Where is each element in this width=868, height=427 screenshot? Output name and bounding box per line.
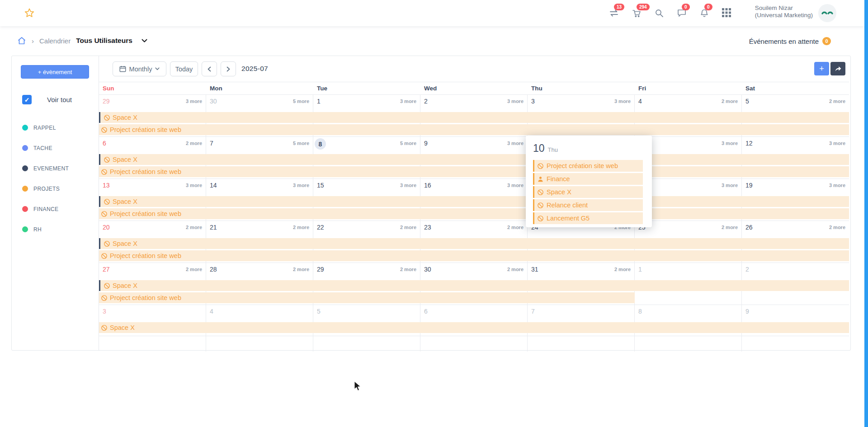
more-events-link[interactable]: 2 more xyxy=(293,267,309,272)
event-bar[interactable]: Project création site web xyxy=(99,166,849,177)
share-export-button[interactable] xyxy=(830,62,845,75)
breadcrumb: › Calendrier Tous Utilisateurs xyxy=(17,36,147,45)
more-events-link[interactable]: 2 more xyxy=(186,225,202,230)
more-events-link[interactable]: 3 more xyxy=(507,141,524,146)
more-events-link[interactable]: 3 more xyxy=(400,99,416,104)
more-events-link[interactable]: 5 more xyxy=(293,99,309,104)
today-button[interactable]: Today xyxy=(170,61,198,76)
bell-icon[interactable]: 0 xyxy=(699,8,710,19)
category-filter-rappel[interactable]: RAPPEL xyxy=(22,117,94,138)
apps-grid-icon[interactable] xyxy=(722,8,732,19)
event-bar[interactable]: Space X xyxy=(99,196,849,207)
category-filter-finance[interactable]: FINANCE xyxy=(22,199,94,219)
more-events-link[interactable]: 3 more xyxy=(186,183,202,188)
popup-event-label: Lancement G5 xyxy=(547,215,590,222)
event-bar[interactable]: Space X xyxy=(99,154,849,165)
event-bar[interactable]: Project création site web xyxy=(99,250,849,261)
more-events-link[interactable]: 3 more xyxy=(507,183,524,188)
exchange-icon[interactable]: 13 xyxy=(609,8,619,19)
more-events-link[interactable]: 2 more xyxy=(186,141,202,146)
category-filter-tache[interactable]: TACHE xyxy=(22,138,94,158)
popup-event-item[interactable]: Space X xyxy=(533,186,643,198)
breadcrumb-separator: › xyxy=(32,37,34,45)
cart-icon[interactable]: 294 xyxy=(631,8,642,19)
event-bar[interactable]: Space X xyxy=(99,322,849,333)
ban-icon xyxy=(101,169,108,175)
event-bar[interactable]: Project création site web xyxy=(99,124,849,135)
view-select-button[interactable]: Monthly xyxy=(113,61,166,76)
weekday-header: Wed xyxy=(420,82,528,94)
more-events-link[interactable]: 3 more xyxy=(507,99,524,104)
pending-events[interactable]: Événements en attente 0 xyxy=(749,37,831,45)
category-filter-projets[interactable]: PROJETS xyxy=(22,178,94,199)
more-events-link[interactable]: 2 more xyxy=(829,99,845,104)
event-bar-label: Project création site web xyxy=(110,294,181,301)
more-events-link[interactable]: 2 more xyxy=(507,267,524,272)
category-filter-rh[interactable]: RH xyxy=(22,219,94,239)
search-icon[interactable] xyxy=(654,8,665,19)
popup-event-item[interactable]: Relance client xyxy=(533,199,643,211)
more-events-link[interactable]: 2 more xyxy=(829,225,845,230)
view-all-toggle[interactable]: ✓ Voir tout xyxy=(22,95,72,104)
event-bar[interactable]: Space X xyxy=(99,280,849,291)
day-number: 21 xyxy=(210,224,217,231)
more-events-link[interactable]: 2 more xyxy=(400,267,416,272)
event-bar-label: Space X xyxy=(113,240,137,247)
page-scrollbar[interactable] xyxy=(864,0,868,427)
more-events-link[interactable]: 5 more xyxy=(293,141,309,146)
more-events-link[interactable]: 2 more xyxy=(186,267,202,272)
category-label: RH xyxy=(33,226,42,233)
view-all-label: Voir tout xyxy=(47,96,72,103)
home-icon[interactable] xyxy=(17,36,26,45)
more-events-link[interactable]: 3 more xyxy=(293,183,309,188)
more-events-link[interactable]: 2 more xyxy=(722,99,738,104)
more-events-link[interactable]: 2 more xyxy=(507,225,524,230)
more-events-link[interactable]: 3 more xyxy=(722,141,738,146)
more-events-link[interactable]: 3 more xyxy=(614,99,631,104)
day-number: 9 xyxy=(745,308,749,315)
event-bar[interactable]: Space X xyxy=(99,238,849,249)
more-events-link[interactable]: 2 more xyxy=(293,225,309,230)
more-events-link[interactable]: 2 more xyxy=(614,267,631,272)
view-all-checkbox[interactable]: ✓ xyxy=(22,95,32,104)
empty-cell xyxy=(420,336,528,352)
day-number: 14 xyxy=(210,182,217,189)
more-events-link[interactable]: 2 more xyxy=(400,225,416,230)
category-filter-evenement[interactable]: EVENEMENT xyxy=(22,158,94,178)
popup-event-label: Project création site web xyxy=(547,162,618,169)
category-label: RAPPEL xyxy=(33,125,56,131)
user-menu[interactable]: Souilem Nizar (Universal Marketing) xyxy=(755,5,813,19)
chevron-down-icon[interactable] xyxy=(142,39,147,43)
popup-day-number: 10 xyxy=(533,142,545,155)
next-month-button[interactable] xyxy=(221,61,236,76)
more-events-link[interactable]: 5 more xyxy=(400,141,416,146)
day-number: 23 xyxy=(424,224,431,231)
day-number: 27 xyxy=(103,266,110,273)
popup-event-item[interactable]: Finance xyxy=(533,173,643,185)
add-event-button[interactable]: + évènement xyxy=(21,65,89,79)
category-filter-list: RAPPELTACHEEVENEMENTPROJETSFINANCERH xyxy=(22,117,94,239)
calendar-week-row: 293 more305 more13 more23 more33 more42 … xyxy=(99,95,849,137)
event-bar[interactable]: Space X xyxy=(99,112,849,123)
more-events-link[interactable]: 3 more xyxy=(186,99,202,104)
weekday-header: Thu xyxy=(528,82,635,94)
more-events-link[interactable]: 2 more xyxy=(722,225,738,230)
more-events-link[interactable]: 3 more xyxy=(400,183,416,188)
user-avatar[interactable] xyxy=(818,4,836,22)
more-events-link[interactable]: 3 more xyxy=(722,183,738,188)
day-number: 2 xyxy=(745,266,749,273)
chat-icon[interactable]: 0 xyxy=(676,8,687,19)
event-bar[interactable]: Project création site web xyxy=(99,208,849,219)
breadcrumb-section[interactable]: Calendrier xyxy=(39,37,71,45)
view-select-label: Monthly xyxy=(129,66,152,73)
quick-add-button[interactable]: + xyxy=(814,62,829,75)
more-events-link[interactable]: 3 more xyxy=(829,141,845,146)
favorites-star-icon[interactable] xyxy=(24,7,35,19)
prev-month-button[interactable] xyxy=(202,61,217,76)
more-events-link[interactable]: 3 more xyxy=(829,183,845,188)
ban-icon xyxy=(537,215,544,222)
popup-event-item[interactable]: Lancement G5 xyxy=(533,212,643,224)
day-number: 12 xyxy=(745,140,753,147)
popup-event-item[interactable]: Project création site web xyxy=(533,160,643,172)
event-bar[interactable]: Project création site web xyxy=(99,292,635,303)
